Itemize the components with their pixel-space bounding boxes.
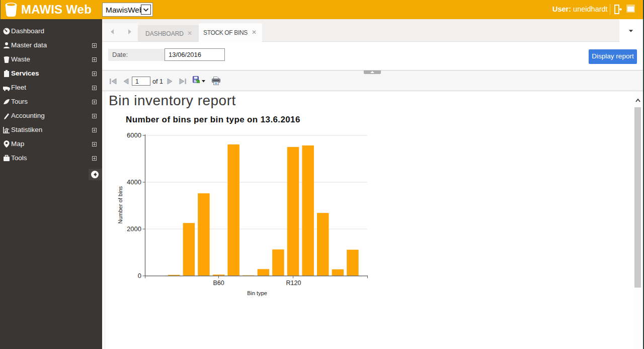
svg-text:2000: 2000 bbox=[127, 225, 141, 233]
svg-text:B60: B60 bbox=[213, 280, 224, 287]
svg-text:0: 0 bbox=[138, 272, 141, 280]
svg-text:Number of bins: Number of bins bbox=[117, 186, 123, 224]
svg-text:R120: R120 bbox=[286, 280, 301, 287]
svg-text:4000: 4000 bbox=[127, 178, 141, 186]
svg-text:Bin type: Bin type bbox=[247, 290, 267, 296]
svg-text:6000: 6000 bbox=[127, 131, 141, 139]
